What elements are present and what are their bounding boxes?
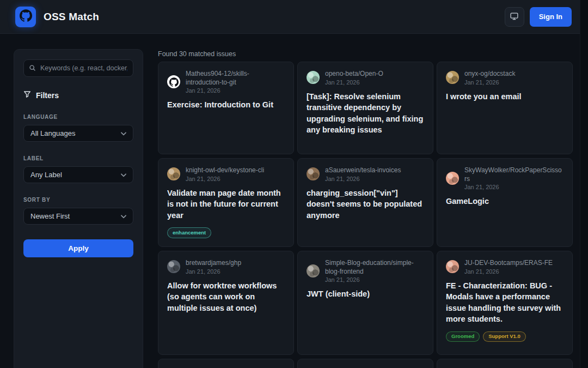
theme-toggle-button[interactable] <box>505 7 524 27</box>
issue-date: Jan 21, 2026 <box>186 176 264 182</box>
filter-sidebar: Filters LANGUAGE All Languages LABEL Any… <box>14 49 143 368</box>
repo-name: bretwardjames/ghp <box>186 259 241 268</box>
avatar <box>167 75 180 88</box>
repo-name: knight-owl-dev/keystone-cli <box>186 166 264 175</box>
repo-name: aSauerwein/tesla-invoices <box>325 166 401 175</box>
language-select[interactable]: All Languages <box>23 125 133 142</box>
issue-title: [Task]: Resolve selenium transitive depe… <box>307 91 424 136</box>
issue-date: Jan 21, 2026 <box>325 276 424 283</box>
label-filter-label: LABEL <box>23 155 133 161</box>
issue-card[interactable]: SkyWayWolker/RockPaperScissors Jan 21, 2… <box>437 158 573 247</box>
issue-card[interactable] <box>297 359 433 368</box>
language-label: LANGUAGE <box>23 114 133 120</box>
language-select-value: All Languages <box>30 129 75 137</box>
issue-title: Allow for worktree workflows (so agents … <box>167 280 285 314</box>
issue-label: enhancement <box>167 227 211 238</box>
issue-card[interactable] <box>158 359 294 368</box>
filters-title: Filters <box>36 91 59 100</box>
issue-title: FE - Characterization: BUG - Modals have… <box>446 280 564 325</box>
avatar <box>446 71 459 84</box>
repo-name: onyx-og/docstack <box>464 70 515 79</box>
chevron-down-icon <box>121 129 126 137</box>
sort-by-select[interactable]: Newest First <box>23 208 133 225</box>
issue-date: Jan 21, 2026 <box>186 87 285 94</box>
issue-label: Support V1.0 <box>483 331 526 342</box>
avatar <box>307 264 320 277</box>
avatar <box>167 167 180 180</box>
issue-grid: Matheus904-12/skills-introduction-to-git… <box>158 62 573 368</box>
issue-card[interactable]: aSauerwein/tesla-invoices Jan 21, 2026 c… <box>297 158 433 247</box>
repo-name: openo-beta/Open-O <box>325 70 383 79</box>
issue-title: GameLogic <box>446 196 564 207</box>
issue-title: Validate man page date month is not in t… <box>167 188 285 221</box>
github-mark-icon <box>20 9 32 24</box>
monitor-icon <box>510 11 519 22</box>
app-title: OSS Match <box>44 11 99 23</box>
avatar <box>307 167 320 180</box>
app-header: OSS Match Sign In <box>0 0 588 34</box>
keywords-search-input[interactable] <box>23 59 133 77</box>
issue-card[interactable]: JU-DEV-Bootcamps/ERAS-FE Jan 21, 2026 FE… <box>437 251 573 355</box>
repo-name: SkyWayWolker/RockPaperScissors <box>464 166 564 183</box>
label-list: GroomedSupport V1.0 <box>446 331 564 342</box>
chevron-down-icon <box>121 171 126 179</box>
issue-date: Jan 21, 2026 <box>464 268 553 275</box>
issue-card[interactable]: knight-owl-dev/keystone-cli Jan 21, 2026… <box>158 158 294 247</box>
app-logo[interactable] <box>15 7 36 27</box>
issue-title: charging_session["vin"] doesn't seems to… <box>307 188 424 221</box>
results-count: Found 30 matched issues <box>158 50 236 58</box>
issue-date: Jan 21, 2026 <box>464 184 564 190</box>
repo-name: Matheus904-12/skills-introduction-to-git <box>186 70 285 87</box>
avatar <box>446 172 459 185</box>
issue-date: Jan 21, 2026 <box>325 79 383 86</box>
apply-button[interactable]: Apply <box>23 239 133 257</box>
avatar <box>307 71 320 84</box>
label-list: enhancement <box>167 227 285 238</box>
issue-card[interactable] <box>437 359 573 368</box>
issue-card[interactable]: bretwardjames/ghp Jan 21, 2026 Allow for… <box>158 251 294 355</box>
funnel-icon <box>23 91 31 100</box>
repo-name: JU-DEV-Bootcamps/ERAS-FE <box>464 259 553 268</box>
issue-date: Jan 21, 2026 <box>464 79 515 86</box>
label-select[interactable]: Any Label <box>23 166 133 183</box>
avatar <box>446 260 459 273</box>
issue-date: Jan 21, 2026 <box>186 268 241 275</box>
issue-card[interactable]: Matheus904-12/skills-introduction-to-git… <box>158 62 294 154</box>
scrollbar[interactable] <box>580 0 588 368</box>
repo-name: Simple-Blog-education/simple-blog-fronte… <box>325 259 424 276</box>
issue-label: Groomed <box>446 331 480 342</box>
issue-title: Exercise: Introduction to Git <box>167 99 285 111</box>
issue-card[interactable]: openo-beta/Open-O Jan 21, 2026 [Task]: R… <box>297 62 433 154</box>
sort-by-label: SORT BY <box>23 197 133 203</box>
issue-card[interactable]: Simple-Blog-education/simple-blog-fronte… <box>297 251 433 355</box>
issue-date: Jan 21, 2026 <box>325 176 401 182</box>
sign-in-button[interactable]: Sign In <box>530 7 572 27</box>
issue-card[interactable]: onyx-og/docstack Jan 21, 2026 I wrote yo… <box>437 62 573 154</box>
chevron-down-icon <box>121 212 126 220</box>
label-select-value: Any Label <box>30 171 62 179</box>
avatar <box>167 260 180 273</box>
sort-by-select-value: Newest First <box>30 212 70 220</box>
issue-title: JWT (client-side) <box>307 288 424 300</box>
issue-title: I wrote you an email <box>446 91 564 102</box>
